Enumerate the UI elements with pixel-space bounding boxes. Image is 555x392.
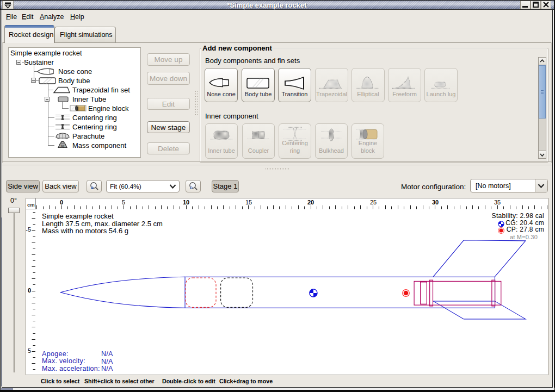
svg-text:kg: kg <box>61 144 64 147</box>
